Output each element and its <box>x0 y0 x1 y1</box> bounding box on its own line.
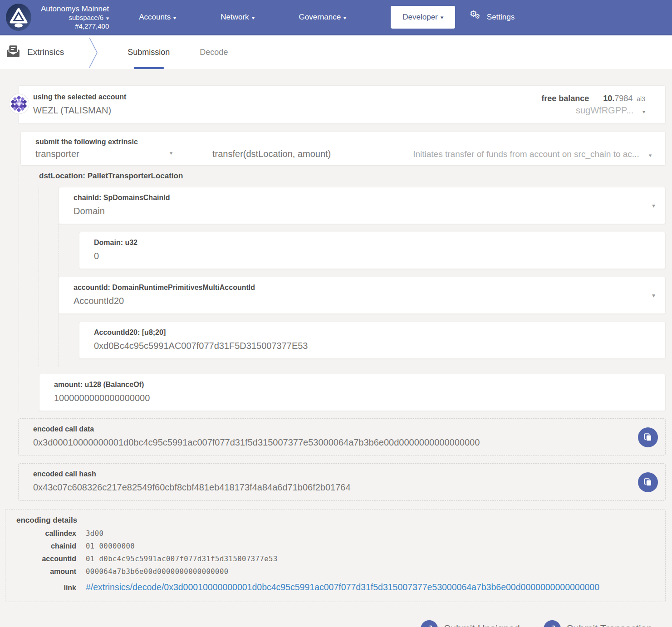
autonomys-logo-icon[interactable] <box>5 3 33 31</box>
param-accountid-label: accountId: DomainRuntimePrimitivesMultiA… <box>74 283 652 293</box>
param-accountid20-label: AccountId20: [u8;20] <box>94 328 652 338</box>
account-select[interactable]: using the selected account WEZL (TALISMA… <box>33 92 126 117</box>
param-amount-card: amount: u128 (BalanceOf) <box>39 374 666 411</box>
best-block-number: #4,277,400 <box>41 22 109 31</box>
chevron-down-icon: ▾ <box>173 15 177 21</box>
extrinsics-envelope-icon <box>6 45 20 59</box>
chain-info: Autonomys Mainnet subspace/6▾ #4,277,400 <box>41 4 109 31</box>
free-balance: free balance 10.7984 ai3 <box>541 94 645 103</box>
encoding-row-chainid: chainid 01 00000000 <box>16 542 654 550</box>
param-accountid20-card: AccountId20: [u8;20] <box>79 322 666 359</box>
pallet-select[interactable]: transporter ▾ <box>35 149 185 159</box>
account-identicon[interactable] <box>9 93 29 116</box>
chevron-down-icon: ▾ <box>643 108 646 114</box>
top-navbar: Autonomys Mainnet subspace/6▾ #4,277,400… <box>0 0 672 35</box>
sign-in-icon <box>421 620 438 627</box>
params-tree: dstLocation: PalletTransporterLocation c… <box>19 166 666 411</box>
encoded-call-hash-label: encoded call hash <box>33 469 624 479</box>
account-address-toggle[interactable]: sugWfRGPP... ▾ <box>541 105 645 116</box>
encoding-row-link: link #/extrinsics/decode/0x3d00010000000… <box>16 582 654 593</box>
param-domain-label: Domain: u32 <box>94 238 652 248</box>
chevron-down-icon: ▾ <box>652 292 655 299</box>
menu-governance[interactable]: Governance▾ <box>299 13 347 22</box>
method-description[interactable]: Initiates transfer of funds from account… <box>413 149 652 159</box>
free-balance-label: free balance <box>541 94 589 103</box>
account-name: WEZL (TALISMAN) <box>33 104 126 117</box>
param-chainid-card: chainId: SpDomainsChainId Domain ▾ <box>59 187 666 224</box>
copy-call-data-button[interactable] <box>638 427 658 447</box>
encoded-call-hash-value: 0x43c07c608326c217e82549f60cbf8cbf481eb4… <box>33 481 624 494</box>
active-tab-indicator <box>134 67 164 69</box>
chevron-down-icon: ▾ <box>652 202 655 209</box>
amount-input-wrap <box>54 392 652 405</box>
encoded-call-hash-section: encoded call hash 0x43c07c608326c217e825… <box>18 463 666 501</box>
encoded-call-data-value: 0x3d00010000000001d0bc4c95c5991ac007f077… <box>33 436 624 449</box>
chevron-down-icon: ▾ <box>649 152 652 158</box>
decode-link[interactable]: #/extrinsics/decode/0x3d00010000000001d0… <box>86 582 599 593</box>
menu-network[interactable]: Network▾ <box>221 13 254 22</box>
amount-input[interactable] <box>54 392 652 405</box>
extrinsic-selects: transporter ▾ transfer(dstLocation, amou… <box>35 149 652 159</box>
chevron-down-icon: ▾ <box>170 150 173 156</box>
copy-icon <box>643 477 653 487</box>
balance-unit: ai3 <box>637 95 645 103</box>
encoding-details-title: encoding details <box>16 516 654 525</box>
balance-fraction: 7984 <box>614 94 633 103</box>
breadcrumb-chevron-icon <box>88 38 99 69</box>
encoded-call-data-label: encoded call data <box>33 424 624 434</box>
menu-accounts[interactable]: Accounts▾ <box>139 13 176 22</box>
tabs: Submission Decode <box>128 35 258 69</box>
extrinsic-select-card: submit the following extrinsic transport… <box>20 131 666 166</box>
page-tabbar: Extrinsics Submission Decode <box>0 35 672 69</box>
accountid20-input-wrap <box>94 339 652 353</box>
page-title: Extrinsics <box>27 47 64 57</box>
extrinsics-submission-form: using the selected account WEZL (TALISMA… <box>0 69 672 627</box>
chain-name: Autonomys Mainnet <box>41 4 109 14</box>
menu-settings[interactable]: ⚙⚙ Settings <box>470 10 515 24</box>
encoded-call-data-section: encoded call data 0x3d00010000000001d0bc… <box>18 418 666 456</box>
tab-decode[interactable]: Decode <box>200 35 228 69</box>
domain-input-wrap <box>94 250 652 263</box>
chevron-down-icon: ▾ <box>251 15 255 21</box>
submit-actions: Submit Unsigned Submit Transaction <box>18 620 652 627</box>
sign-in-icon <box>544 620 561 627</box>
chainid-children: Domain: u32 <box>59 224 666 277</box>
account-select-label: using the selected account <box>33 92 126 102</box>
menu-developer-active[interactable]: Developer▾ <box>391 6 455 29</box>
chevron-down-icon: ▾ <box>440 15 443 20</box>
param-chainid-label: chainId: SpDomainsChainId <box>74 193 652 203</box>
runtime-version[interactable]: subspace/6▾ <box>41 14 109 22</box>
chevron-down-icon: ▾ <box>343 15 347 21</box>
chainid-select[interactable]: Domain <box>74 205 652 218</box>
param-accountid-card: accountId: DomainRuntimePrimitivesMultiA… <box>59 277 666 314</box>
tab-submission[interactable]: Submission <box>128 35 170 69</box>
settings-gears-icon: ⚙⚙ <box>470 10 483 24</box>
method-select[interactable]: transfer(dstLocation, amount) <box>212 149 331 159</box>
encoding-row-amount: amount 000064a7b3b6e00d0000000000000000 <box>16 568 654 576</box>
encoding-row-callindex: callindex 3d00 <box>16 529 654 538</box>
accountid20-input[interactable] <box>94 339 652 353</box>
submit-unsigned-button[interactable]: Submit Unsigned <box>421 620 520 627</box>
copy-icon <box>643 432 653 442</box>
accountid-children: AccountId20: [u8;20] <box>59 314 666 367</box>
param-domain-card: Domain: u32 <box>79 232 666 269</box>
dstlocation-children: chainId: SpDomainsChainId Domain ▾ Domai… <box>39 187 666 367</box>
param-dstlocation-label: dstLocation: PalletTransporterLocation <box>39 171 666 181</box>
encoding-row-accountid: accountid 01 d0bc4c95c5991ac007f077d31f5… <box>16 555 654 563</box>
balance-integer: 10. <box>603 94 614 103</box>
accountid-select[interactable]: AccountId20 <box>74 294 652 308</box>
encoding-details-section: encoding details callindex 3d00 chainid … <box>5 509 666 602</box>
account-balance-block: free balance 10.7984 ai3 sugWfRGPP... ▾ <box>541 94 652 116</box>
account-selector-card: using the selected account WEZL (TALISMA… <box>18 85 666 124</box>
section-head: Extrinsics <box>6 45 64 59</box>
chevron-down-icon: ▾ <box>106 15 109 22</box>
copy-call-hash-button[interactable] <box>638 472 658 492</box>
submit-transaction-button[interactable]: Submit Transaction <box>544 620 652 627</box>
param-amount-label: amount: u128 (BalanceOf) <box>54 380 652 390</box>
main-menu: Accounts▾ Network▾ Governance▾ Developer… <box>139 6 515 29</box>
extrinsic-select-label: submit the following extrinsic <box>35 137 652 147</box>
domain-input[interactable] <box>94 250 652 263</box>
